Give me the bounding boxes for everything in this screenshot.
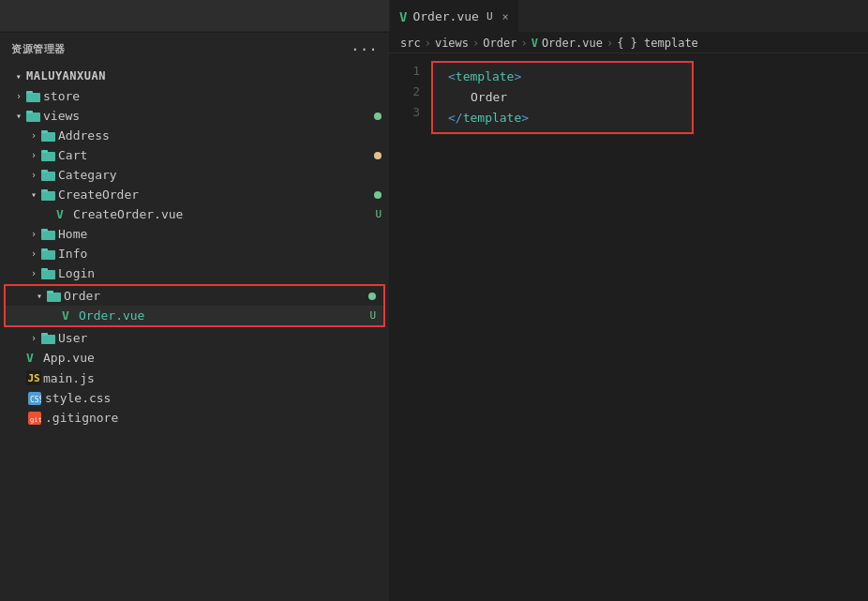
chevron-icon <box>11 111 26 121</box>
sidebar-item-info[interactable]: Info <box>0 244 389 263</box>
vue-file-icon: V <box>26 351 43 365</box>
svg-rect-14 <box>41 250 55 260</box>
js-file-icon: JS <box>26 370 41 385</box>
code-line-1: <template> <box>444 67 681 87</box>
item-label: Order.vue <box>79 308 362 323</box>
svg-rect-0 <box>26 93 40 102</box>
item-label: style.css <box>45 391 382 405</box>
untracked-badge: U <box>375 208 382 220</box>
close-bracket: > <box>514 67 521 87</box>
svg-text:git: git <box>30 416 41 424</box>
folder-icon <box>47 290 64 303</box>
svg-rect-17 <box>41 268 48 271</box>
item-label: CreateOrder <box>58 188 367 202</box>
svg-rect-3 <box>26 111 33 113</box>
svg-rect-13 <box>41 229 48 232</box>
chevron-icon <box>32 291 47 301</box>
sidebar-title: 资源管理器 <box>11 42 66 56</box>
modified-dot <box>374 191 382 199</box>
tab-bar: V Order.vue U × <box>0 0 868 33</box>
folder-icon <box>41 169 58 182</box>
item-label: store <box>43 89 382 103</box>
sidebar-more-button[interactable]: ··· <box>351 40 378 58</box>
breadcrumb-order: Order <box>483 37 516 50</box>
breadcrumb-sep: › <box>472 37 479 50</box>
sidebar-item-views[interactable]: views <box>0 106 389 126</box>
close-icon[interactable]: × <box>502 10 509 23</box>
code-content[interactable]: <template> Order </template> <box>431 61 868 593</box>
sidebar-item-order-vue[interactable]: V Order.vue U <box>6 306 383 325</box>
item-label: Info <box>58 247 382 261</box>
item-label: Categary <box>58 168 382 182</box>
main-layout: 资源管理器 ··· MALUYANXUAN <box>0 33 868 601</box>
code-block: <template> Order </template> <box>431 61 694 134</box>
sidebar-item-address[interactable]: Address <box>0 126 389 145</box>
chevron-icon <box>26 170 41 180</box>
open-bracket: < <box>448 67 456 87</box>
sidebar-item-home[interactable]: Home <box>0 224 389 244</box>
vue-file-icon: V <box>62 308 79 323</box>
svg-rect-16 <box>41 270 55 279</box>
folder-icon <box>41 332 58 345</box>
tab-modified-indicator: U <box>486 10 493 23</box>
svg-rect-20 <box>41 335 55 344</box>
root-header[interactable]: MALUYANXUAN <box>0 66 389 86</box>
svg-text:CSS: CSS <box>30 396 41 404</box>
root-label: MALUYANXUAN <box>26 69 106 83</box>
sidebar-header: 资源管理器 ··· <box>0 33 389 66</box>
folder-icon <box>26 90 43 103</box>
breadcrumb-sep: › <box>520 37 527 50</box>
sidebar-item-style-css[interactable]: CSS style.css <box>0 388 389 408</box>
modified-dot <box>368 293 376 300</box>
breadcrumb-sep: › <box>606 37 613 50</box>
chevron-icon <box>26 248 41 259</box>
tag-name: template <box>463 108 522 128</box>
open-bracket: </ <box>448 108 463 128</box>
svg-rect-12 <box>41 231 55 240</box>
chevron-icon <box>26 189 41 200</box>
modified-dot <box>374 152 382 159</box>
line-numbers: 1 2 3 <box>389 61 431 593</box>
tab-order-vue[interactable]: V Order.vue U × <box>389 0 518 32</box>
code-line-2: Order <box>444 87 681 108</box>
sidebar-item-main-js[interactable]: JS main.js <box>0 368 389 388</box>
breadcrumb-views: views <box>435 37 469 50</box>
sidebar-item-gitignore[interactable]: git .gitignore <box>0 408 389 428</box>
item-label: Order <box>64 289 361 303</box>
svg-rect-2 <box>26 113 40 122</box>
svg-rect-6 <box>41 152 55 161</box>
svg-rect-1 <box>26 91 33 94</box>
code-text: Order <box>471 87 507 108</box>
item-label: App.vue <box>43 351 382 365</box>
svg-rect-5 <box>41 130 48 133</box>
sidebar-item-login[interactable]: Login <box>0 263 389 283</box>
svg-rect-10 <box>41 191 55 201</box>
code-area[interactable]: 1 2 3 <template> Order </template> <box>389 53 868 601</box>
item-label: Cart <box>58 148 367 162</box>
breadcrumb-sep: › <box>425 37 431 50</box>
chevron-icon <box>26 130 41 141</box>
chevron-icon <box>11 91 26 101</box>
svg-rect-9 <box>41 170 48 173</box>
breadcrumb-vue-icon: V <box>531 37 538 50</box>
sidebar-item-cart[interactable]: Cart <box>0 145 389 165</box>
folder-icon <box>41 149 58 162</box>
close-bracket: > <box>521 108 529 128</box>
item-label: main.js <box>43 371 382 385</box>
vue-file-icon: V <box>56 207 73 221</box>
item-label: .gitignore <box>45 411 382 425</box>
item-label: Address <box>58 128 382 143</box>
sidebar-item-createorder-vue[interactable]: V CreateOrder.vue U <box>0 204 389 224</box>
sidebar-item-categary[interactable]: Categary <box>0 165 389 185</box>
sidebar: 资源管理器 ··· MALUYANXUAN <box>0 33 389 601</box>
sidebar-item-user[interactable]: User <box>0 328 389 348</box>
svg-rect-11 <box>41 189 48 192</box>
tag-name: template <box>456 67 515 87</box>
sidebar-item-createorder[interactable]: CreateOrder <box>0 185 389 204</box>
sidebar-item-app-vue[interactable]: V App.vue <box>0 348 389 368</box>
item-label: Login <box>58 266 382 280</box>
sidebar-item-store[interactable]: store <box>0 86 389 106</box>
folder-icon <box>41 267 58 280</box>
svg-rect-8 <box>41 172 55 181</box>
sidebar-item-order[interactable]: Order <box>6 286 383 306</box>
